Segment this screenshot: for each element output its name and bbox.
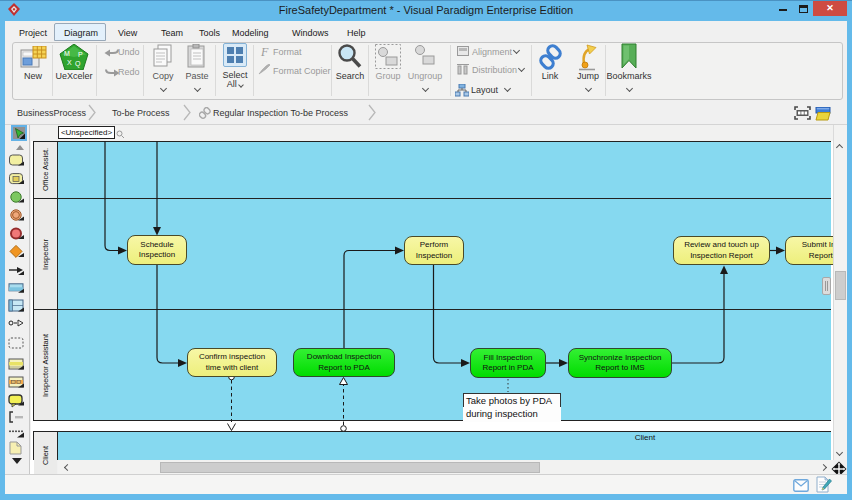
svg-text:P: P: [78, 51, 83, 58]
svg-text:Q: Q: [75, 60, 81, 68]
svg-text:M: M: [64, 50, 70, 57]
svg-text:X: X: [67, 59, 72, 66]
